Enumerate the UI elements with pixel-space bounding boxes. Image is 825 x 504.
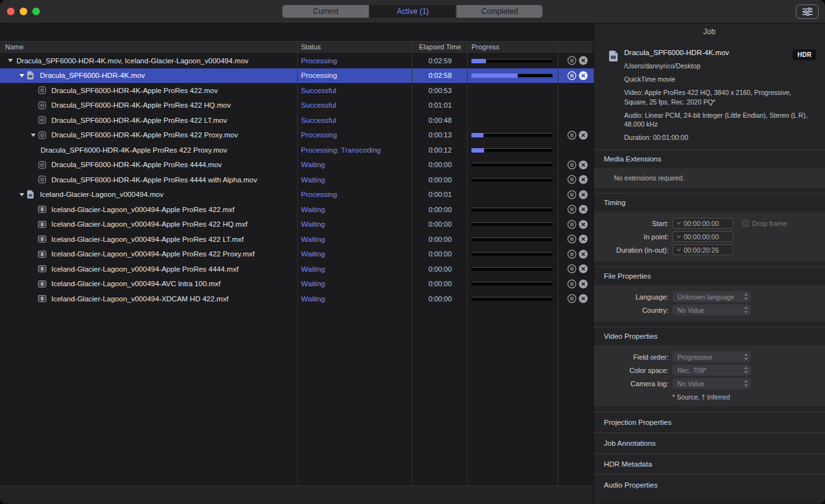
table-row[interactable]: Dracula_SPF6000-HDR-4K-Apple ProRes 4444… bbox=[0, 158, 594, 173]
elapsed-time: 0:00:00 bbox=[412, 280, 468, 287]
cancel-button[interactable] bbox=[579, 175, 588, 184]
progress-bar bbox=[471, 73, 553, 77]
section-hdr-metadata: HDR Metadata bbox=[594, 453, 825, 474]
traffic-lights bbox=[7, 8, 40, 15]
job-file-path: /Users/dannyrico/Desktop bbox=[624, 61, 814, 70]
in-point-timecode-field[interactable]: 00:00:00:00 bbox=[672, 231, 733, 242]
language-popup[interactable]: Unknown language bbox=[672, 291, 751, 302]
column-header-progress[interactable]: Progress bbox=[468, 43, 558, 51]
timing-row-start: Start: 00:00:00:00 Drop frame bbox=[594, 218, 819, 229]
table-row[interactable]: Dracula_SPF6000-HDR-4K-Apple ProRes 422.… bbox=[0, 83, 594, 98]
column-header-name[interactable]: Name bbox=[0, 43, 298, 51]
row-actions bbox=[558, 234, 594, 244]
progress-bar bbox=[471, 208, 553, 211]
progress-cell bbox=[468, 208, 558, 211]
column-header-status[interactable]: Status bbox=[298, 43, 412, 51]
pause-button[interactable] bbox=[567, 56, 577, 65]
batch-area: Name Status Elapsed Time Progress Dracul… bbox=[0, 23, 594, 503]
table-row[interactable]: Iceland-Glacier-Lagoon_v000494-Apple Pro… bbox=[0, 261, 594, 277]
cancel-button[interactable] bbox=[579, 130, 588, 140]
film-icon bbox=[38, 251, 47, 258]
pause-button[interactable] bbox=[567, 294, 577, 303]
status-label: Processing bbox=[298, 131, 412, 139]
film-icon bbox=[38, 236, 47, 243]
inspector-sections: Projection PropertiesJob AnnotationsHDR … bbox=[594, 412, 825, 495]
batch-footer-strip bbox=[0, 486, 593, 503]
cancel-button[interactable] bbox=[579, 294, 588, 303]
section-timing: Timing bbox=[594, 193, 825, 211]
table-row[interactable]: Iceland-Glacier-Lagoon_v000494.movProces… bbox=[0, 187, 594, 203]
pause-button[interactable] bbox=[567, 160, 577, 170]
field-order-popup[interactable]: Progressive bbox=[672, 351, 751, 362]
elapsed-time: 0:00:13 bbox=[412, 131, 468, 139]
cancel-button[interactable] bbox=[579, 279, 588, 289]
file-name: Iceland-Glacier-Lagoon_v000494-AVC Intra… bbox=[50, 280, 221, 287]
table-row[interactable]: Iceland-Glacier-Lagoon_v000494-Apple Pro… bbox=[0, 202, 594, 217]
section-projection-properties: Projection Properties bbox=[594, 412, 825, 432]
job-audio-info: Audio: Linear PCM, 24-bit Integer (Littl… bbox=[624, 111, 814, 129]
file-name: Dracula_SPF6000-HDR-4K-Apple ProRes 4444… bbox=[50, 176, 257, 184]
filter-button[interactable] bbox=[796, 4, 819, 19]
cancel-button[interactable] bbox=[579, 56, 588, 65]
disclosure-triangle-icon[interactable] bbox=[28, 133, 38, 137]
cancel-button[interactable] bbox=[579, 160, 588, 170]
cancel-button[interactable] bbox=[579, 71, 588, 80]
file-name: Dracula_SPF6000-HDR-4K-Apple ProRes 422 … bbox=[50, 117, 227, 124]
table-row[interactable]: Dracula_SPF6000-HDR-4K-Apple ProRes 422 … bbox=[0, 128, 594, 143]
minimize-button[interactable] bbox=[20, 8, 27, 15]
pause-button[interactable] bbox=[567, 205, 577, 214]
cancel-button[interactable] bbox=[579, 234, 588, 244]
cancel-button[interactable] bbox=[579, 264, 588, 274]
pause-button[interactable] bbox=[567, 234, 577, 244]
table-row[interactable]: Dracula_SPF6000-HDR-4K-Apple ProRes 422 … bbox=[0, 142, 594, 158]
progress-cell bbox=[468, 237, 558, 241]
table-row[interactable]: Iceland-Glacier-Lagoon_v000494-Apple Pro… bbox=[0, 247, 594, 262]
table-row[interactable]: Iceland-Glacier-Lagoon_v000494-XDCAM HD … bbox=[0, 291, 594, 306]
pause-button[interactable] bbox=[567, 175, 577, 184]
pause-button[interactable] bbox=[567, 249, 577, 259]
disclosure-triangle-icon[interactable] bbox=[5, 58, 15, 63]
start-timecode-field[interactable]: 00:00:00:00 bbox=[672, 218, 733, 229]
close-button[interactable] bbox=[7, 8, 15, 15]
table-row[interactable]: Dracula_SPF6000-HDR-4K-Apple ProRes 422 … bbox=[0, 113, 594, 128]
table-row[interactable]: Dracula_SPF6000-HDR-4K-Apple ProRes 4444… bbox=[0, 172, 594, 187]
country-popup[interactable]: No Value bbox=[672, 305, 751, 315]
disclosure-triangle-icon[interactable] bbox=[16, 192, 27, 197]
disclosure-triangle-icon[interactable] bbox=[16, 73, 27, 78]
pause-button[interactable] bbox=[567, 130, 577, 140]
pause-button[interactable] bbox=[567, 264, 577, 274]
progress-bar bbox=[471, 59, 553, 63]
elapsed-time: 0:00:00 bbox=[412, 220, 468, 228]
source-inferred-footnote: * Source, † Inferred bbox=[672, 393, 819, 401]
checkbox-box[interactable] bbox=[742, 220, 749, 227]
tab-completed[interactable]: Completed bbox=[456, 5, 543, 18]
cancel-button[interactable] bbox=[579, 205, 588, 214]
cancel-button[interactable] bbox=[579, 220, 588, 229]
table-row[interactable]: Dracula_SPF6000-HDR-4K.movProcessing0:02… bbox=[0, 68, 594, 84]
color-space-popup[interactable]: Rec. 709* bbox=[672, 365, 751, 375]
table-row[interactable]: Iceland-Glacier-Lagoon_v000494-AVC Intra… bbox=[0, 277, 594, 292]
view-segmented-control: CurrentActive (1)Completed bbox=[283, 5, 543, 18]
duration-timecode-field[interactable]: 00:00:20:26 bbox=[672, 244, 733, 255]
column-header-elapsed-time[interactable]: Elapsed Time bbox=[412, 43, 468, 51]
table-row[interactable]: Iceland-Glacier-Lagoon_v000494-Apple Pro… bbox=[0, 232, 594, 247]
file-name: Dracula_SPF6000-HDR-4K-Apple ProRes 422.… bbox=[50, 87, 218, 94]
pause-button[interactable] bbox=[567, 279, 577, 289]
pause-button[interactable] bbox=[567, 220, 577, 229]
pause-button[interactable] bbox=[567, 190, 577, 199]
cancel-button[interactable] bbox=[579, 190, 588, 199]
film-icon bbox=[38, 295, 47, 302]
table-row[interactable]: Dracula_SPF6000-HDR-4K.mov, Iceland-Glac… bbox=[0, 53, 594, 68]
tab-active-1[interactable]: Active (1) bbox=[369, 5, 456, 18]
camera-log-popup[interactable]: No Value bbox=[672, 378, 751, 389]
file-name: Dracula_SPF6000-HDR-4K-Apple ProRes 4444… bbox=[50, 161, 222, 168]
tab-current[interactable]: Current bbox=[283, 5, 369, 18]
cancel-button[interactable] bbox=[579, 249, 588, 259]
table-row[interactable]: Dracula_SPF6000-HDR-4K-Apple ProRes 422 … bbox=[0, 98, 594, 113]
table-row[interactable]: Iceland-Glacier-Lagoon_v000494-Apple Pro… bbox=[0, 217, 594, 232]
zoom-button[interactable] bbox=[32, 8, 40, 15]
section-video-properties: Video Properties bbox=[594, 327, 825, 345]
drop-frame-checkbox[interactable]: Drop frame bbox=[742, 220, 787, 227]
pause-button[interactable] bbox=[567, 71, 577, 80]
timing-fields: Start: 00:00:00:00 Drop frame In point: … bbox=[594, 211, 825, 261]
